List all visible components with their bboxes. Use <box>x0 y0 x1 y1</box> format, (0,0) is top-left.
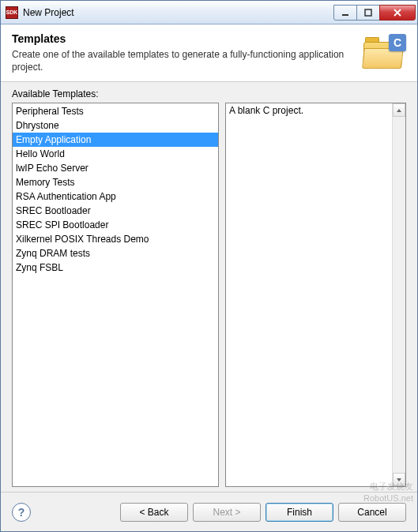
scroll-track[interactable] <box>393 117 405 473</box>
template-item[interactable]: Zynq FSBL <box>13 260 218 275</box>
header-strip: Templates Create one of the available te… <box>1 24 417 82</box>
window-frame: SDK New Project Templates Create one of … <box>0 0 418 532</box>
template-item[interactable]: Hello World <box>13 147 218 161</box>
cancel-button[interactable]: Cancel <box>338 503 406 522</box>
template-item[interactable]: Peripheral Tests <box>13 104 218 118</box>
scroll-down-button[interactable] <box>393 473 405 486</box>
svg-rect-1 <box>365 9 371 16</box>
close-button[interactable] <box>379 5 416 21</box>
template-item[interactable]: lwIP Echo Server <box>13 161 218 175</box>
app-icon: SDK <box>6 6 18 19</box>
next-button: Next > <box>193 503 261 522</box>
body-panel: Available Templates: Peripheral TestsDhr… <box>1 82 417 492</box>
template-item[interactable]: Dhrystone <box>13 118 218 133</box>
svg-rect-0 <box>342 14 348 16</box>
template-item[interactable]: Zynq DRAM tests <box>13 246 218 260</box>
template-list-pane: Peripheral TestsDhrystoneEmpty Applicati… <box>12 103 219 487</box>
template-item[interactable]: Memory Tests <box>13 175 218 189</box>
template-item[interactable]: Xilkernel POSIX Threads Demo <box>13 232 218 246</box>
window-controls <box>334 5 416 21</box>
template-item[interactable]: SREC Bootloader <box>13 204 218 218</box>
template-list[interactable]: Peripheral TestsDhrystoneEmpty Applicati… <box>13 103 218 275</box>
available-templates-label: Available Templates: <box>12 88 406 99</box>
page-description: Create one of the available templates to… <box>12 48 362 73</box>
template-item[interactable]: SREC SPI Bootloader <box>13 218 218 232</box>
template-description: A blank C project. <box>226 103 392 486</box>
content-area: Templates Create one of the available te… <box>1 24 417 531</box>
minimize-button[interactable] <box>333 5 357 21</box>
titlebar: SDK New Project <box>1 1 417 24</box>
description-pane: A blank C project. <box>225 103 406 487</box>
maximize-button[interactable] <box>356 5 380 21</box>
page-title: Templates <box>12 32 362 45</box>
finish-button[interactable]: Finish <box>265 503 333 522</box>
folder-c-icon: C <box>362 32 406 70</box>
back-button[interactable]: < Back <box>120 503 188 522</box>
window-title: New Project <box>23 7 334 18</box>
header-text: Templates Create one of the available te… <box>12 32 362 73</box>
scroll-up-button[interactable] <box>393 103 405 117</box>
help-button[interactable]: ? <box>12 503 31 522</box>
button-bar: ? < Back Next > Finish Cancel <box>1 492 417 531</box>
scrollbar[interactable] <box>392 103 405 486</box>
template-item[interactable]: Empty Application <box>13 133 218 147</box>
panes: Peripheral TestsDhrystoneEmpty Applicati… <box>12 103 406 487</box>
template-item[interactable]: RSA Authentication App <box>13 189 218 204</box>
